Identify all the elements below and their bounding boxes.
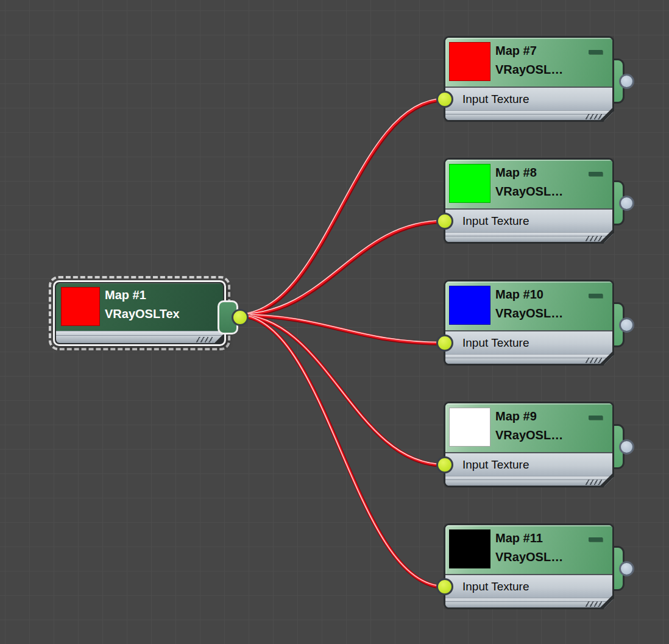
connection-wire-highlight bbox=[236, 221, 444, 314]
color-swatch bbox=[449, 286, 490, 325]
collapse-icon[interactable] bbox=[589, 537, 603, 542]
connection-wire[interactable] bbox=[237, 99, 445, 315]
input-slot[interactable]: Input Texture bbox=[445, 87, 612, 110]
node-footer bbox=[445, 236, 612, 242]
resize-grip[interactable] bbox=[586, 358, 603, 363]
collapse-icon[interactable] bbox=[589, 172, 603, 176]
output-socket[interactable] bbox=[619, 74, 634, 89]
node-header[interactable]: Map #11 VRayOSL… bbox=[445, 525, 612, 574]
node-title: Map #1 bbox=[105, 286, 180, 305]
node-subtitle: VRayOSLTex bbox=[105, 305, 180, 324]
node-map-8[interactable]: Map #8 VRayOSL… Input Texture bbox=[444, 158, 614, 244]
output-socket[interactable] bbox=[232, 309, 249, 326]
input-socket[interactable] bbox=[436, 334, 453, 352]
input-socket[interactable] bbox=[436, 91, 453, 108]
connection-wire-highlight bbox=[236, 99, 444, 314]
node-header[interactable]: Map #9 VRayOSL… bbox=[445, 403, 612, 452]
connection-wire[interactable] bbox=[237, 221, 445, 315]
color-swatch bbox=[449, 529, 490, 568]
input-socket[interactable] bbox=[436, 456, 453, 473]
node-title: Map #7 bbox=[495, 41, 563, 60]
input-slot[interactable]: Input Texture bbox=[445, 208, 612, 232]
node-title: Map #11 bbox=[495, 529, 563, 548]
output-socket[interactable] bbox=[619, 439, 634, 455]
output-socket[interactable] bbox=[619, 561, 634, 576]
input-slot[interactable]: Input Texture bbox=[445, 452, 612, 476]
resize-grip[interactable] bbox=[586, 479, 603, 485]
node-header[interactable]: Map #1 VRayOSLTex bbox=[56, 283, 223, 331]
collapse-icon[interactable] bbox=[589, 416, 603, 420]
input-socket[interactable] bbox=[436, 578, 453, 595]
input-slot-label: Input Texture bbox=[462, 214, 529, 228]
node-footer bbox=[445, 114, 612, 120]
input-slot-label: Input Texture bbox=[462, 580, 529, 593]
input-socket[interactable] bbox=[436, 213, 453, 230]
node-subtitle: VRayOSL… bbox=[495, 548, 563, 567]
output-socket[interactable] bbox=[619, 317, 634, 333]
node-subtitle: VRayOSL… bbox=[495, 426, 563, 445]
input-slot[interactable]: Input Texture bbox=[445, 330, 612, 354]
resize-grip[interactable] bbox=[196, 337, 213, 342]
node-header[interactable]: Map #10 VRayOSL… bbox=[445, 281, 612, 330]
input-slot-label: Input Texture bbox=[462, 336, 529, 350]
input-slot-label: Input Texture bbox=[462, 458, 529, 472]
selection-outline: Map #1 VRayOSLTex bbox=[53, 280, 226, 346]
color-swatch bbox=[449, 164, 490, 203]
input-slot[interactable]: Input Texture bbox=[445, 574, 612, 598]
node-footer bbox=[56, 335, 223, 343]
node-graph-canvas[interactable]: { "canvas": { "background": "#464646", "… bbox=[0, 0, 669, 644]
node-map-7[interactable]: Map #7 VRayOSL… Input Texture bbox=[444, 36, 614, 122]
collapse-icon[interactable] bbox=[589, 50, 603, 54]
node-map-10[interactable]: Map #10 VRayOSL… Input Texture bbox=[444, 280, 614, 366]
connection-wire-highlight bbox=[236, 314, 444, 464]
node-footer bbox=[56, 331, 223, 335]
connection-wire-highlight bbox=[236, 314, 444, 586]
node-subtitle: VRayOSL… bbox=[495, 304, 563, 323]
node-footer bbox=[445, 479, 612, 486]
node-title: Map #9 bbox=[495, 407, 563, 426]
node-title: Map #8 bbox=[495, 163, 563, 182]
color-swatch bbox=[61, 287, 100, 326]
collapse-icon[interactable] bbox=[589, 294, 603, 298]
node-subtitle: VRayOSL… bbox=[495, 182, 563, 201]
node-header[interactable]: Map #8 VRayOSL… bbox=[445, 160, 612, 208]
output-socket[interactable] bbox=[619, 196, 634, 211]
input-slot-label: Input Texture bbox=[462, 93, 529, 106]
color-swatch bbox=[449, 408, 490, 447]
node-footer bbox=[445, 601, 612, 607]
node-title: Map #10 bbox=[495, 285, 563, 304]
resize-grip[interactable] bbox=[586, 114, 603, 119]
node-map-1[interactable]: Map #1 VRayOSLTex bbox=[49, 276, 230, 350]
node-map-9[interactable]: Map #9 VRayOSL… Input Texture bbox=[444, 402, 614, 487]
resize-grip[interactable] bbox=[586, 236, 603, 241]
resize-grip[interactable] bbox=[586, 601, 603, 607]
node-subtitle: VRayOSL… bbox=[495, 60, 563, 79]
node-header[interactable]: Map #7 VRayOSL… bbox=[445, 38, 612, 87]
node-map-11[interactable]: Map #11 VRayOSL… Input Texture bbox=[444, 523, 614, 609]
node-footer bbox=[445, 358, 612, 364]
color-swatch bbox=[449, 42, 490, 81]
